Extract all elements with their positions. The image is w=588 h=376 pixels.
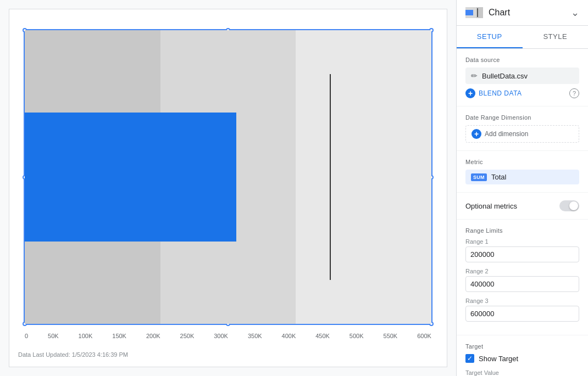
target-line [330,74,331,280]
x-label-4: 200K [146,333,160,339]
panel-content: Data source ✏ BulletData.csv + BLEND DAT… [457,49,588,376]
data-source-row[interactable]: ✏ BulletData.csv [465,68,579,84]
panel-header: Chart ⌄ [457,0,588,26]
blend-data-text[interactable]: BLEND DATA [479,89,522,97]
optional-metrics-label: Optional metrics [465,202,517,210]
help-icon[interactable]: ? [569,88,579,98]
x-axis: 0 50K 100K 150K 200K 250K 300K 350K 400K… [25,333,431,339]
range-1-input[interactable] [465,246,579,262]
value-bar [25,113,236,242]
range-2-input[interactable] [465,276,579,292]
x-label-10: 500K [350,333,364,339]
range-bar-3 [296,30,431,324]
range-1-field: Range 1 [465,238,579,262]
date-range-section: Date Range Dimension + Add dimension [457,106,588,151]
pencil-icon: ✏ [471,71,478,80]
data-source-name: BulletData.csv [482,72,528,80]
metric-name: Total [491,173,506,181]
range-3-input[interactable] [465,306,579,322]
show-target-checkbox[interactable]: ✓ [465,354,474,363]
x-label-6: 300K [214,333,228,339]
x-label-12: 600K [417,333,431,339]
range-limits-label: Range Limits [465,227,579,234]
x-label-9: 450K [315,333,330,339]
x-label-7: 350K [248,333,262,339]
add-dimension-button[interactable]: + Add dimension [465,125,579,143]
range-2-label: Range 2 [465,268,579,274]
optional-metrics-toggle[interactable] [559,200,579,211]
show-target-label: Show Target [479,355,518,363]
panel-tabs: SETUP STYLE [457,26,588,49]
optional-metrics-row: Optional metrics [465,200,579,211]
tab-setup[interactable]: SETUP [457,26,523,48]
metric-label: Metric [465,159,579,165]
blend-data-row: + BLEND DATA ? [465,88,579,98]
bullet-chart [25,30,431,324]
add-dimension-text: Add dimension [485,130,528,138]
toggle-thumb [569,201,578,210]
x-label-1: 50K [48,333,59,339]
add-dimension-icon: + [471,129,481,139]
panel-title: Chart [489,8,565,18]
x-label-0: 0 [25,333,28,339]
range-1-label: Range 1 [465,238,579,245]
tab-style[interactable]: STYLE [523,26,589,48]
x-label-2: 100K [79,333,93,339]
sum-badge: SUM [471,173,487,181]
metric-section: Metric SUM Total [457,151,588,193]
range-3-field: Range 3 [465,298,579,322]
date-range-label: Date Range Dimension [465,114,579,121]
data-source-label: Data source [465,57,579,63]
blend-plus-icon[interactable]: + [465,88,475,98]
metric-row[interactable]: SUM Total [465,170,579,184]
chart-container: 0 50K 100K 150K 200K 250K 300K 350K 400K… [9,9,447,367]
x-label-3: 150K [112,333,126,339]
range-2-field: Range 2 [465,268,579,292]
last-updated-text: Data Last Updated: 1/5/2023 4:16:39 PM [18,351,128,358]
x-label-5: 250K [180,333,195,339]
chart-inner[interactable]: 0 50K 100K 150K 200K 250K 300K 350K 400K… [24,29,432,325]
target-value-label: Target Value [465,369,579,376]
target-section-label: Target [465,343,579,350]
range-limits-section: Range Limits Range 1 Range 2 Range 3 [457,220,588,335]
range-3-label: Range 3 [465,298,579,304]
data-source-section: Data source ✏ BulletData.csv + BLEND DAT… [457,49,588,106]
optional-metrics-section: Optional metrics [457,193,588,220]
chart-type-icon [465,7,483,18]
svg-rect-2 [465,10,473,15]
setup-panel: Chart ⌄ SETUP STYLE Data source ✏ Bullet… [456,0,588,376]
x-label-11: 550K [384,333,398,339]
chevron-down-icon[interactable]: ⌄ [571,7,579,19]
x-label-8: 400K [282,333,296,339]
show-target-row: ✓ Show Target [465,354,579,363]
chart-panel: 0 50K 100K 150K 200K 250K 300K 350K 400K… [0,0,456,376]
target-section: Target ✓ Show Target Target Value ▲ ▼ [457,335,588,376]
chart-footer: Data Last Updated: 1/5/2023 4:16:39 PM [18,351,438,358]
